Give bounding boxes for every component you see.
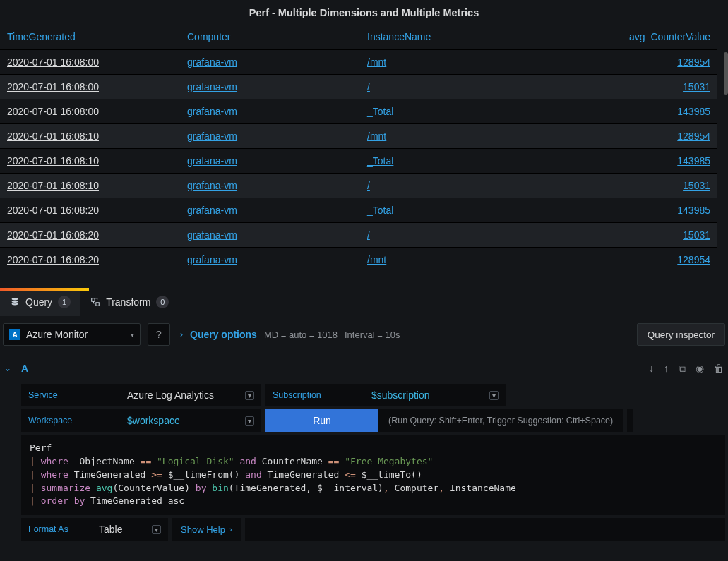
table-row[interactable]: 2020-07-01 16:08:00grafana-vm/mnt128954: [0, 50, 717, 75]
duplicate-button[interactable]: ⧉: [679, 363, 686, 375]
cell-computer[interactable]: grafana-vm: [180, 198, 360, 223]
table-row[interactable]: 2020-07-01 16:08:20grafana-vm_Total14398…: [0, 198, 717, 223]
chevron-down-icon: ▾: [131, 331, 134, 339]
tab-query-label: Query: [25, 296, 52, 308]
cell-time[interactable]: 2020-07-01 16:08:00: [0, 99, 180, 124]
cell-instance[interactable]: /: [360, 75, 538, 99]
workspace-label: Workspace: [21, 409, 120, 432]
panel-title: Perf - Multiple Dimensions and Multiple …: [0, 0, 728, 24]
cell-computer[interactable]: grafana-vm: [180, 223, 360, 248]
kql-editor[interactable]: Perf | where ObjectName == "Logical Disk…: [21, 435, 725, 515]
cell-instance[interactable]: /: [360, 223, 538, 248]
format-as-select[interactable]: Table ▾: [92, 518, 168, 541]
cell-computer[interactable]: grafana-vm: [180, 124, 360, 149]
cell-value[interactable]: 15031: [538, 174, 717, 198]
datasource-row: Azure Monitor ▾ ? › Query options MD = a…: [3, 322, 725, 347]
datasource-help-button[interactable]: ?: [148, 323, 170, 346]
scrollbar[interactable]: [724, 52, 728, 95]
table-row[interactable]: 2020-07-01 16:08:10grafana-vm_Total14398…: [0, 149, 717, 174]
cell-instance[interactable]: _Total: [360, 99, 538, 124]
show-help-toggle[interactable]: Show Help ›: [172, 518, 241, 541]
datasource-picker[interactable]: Azure Monitor ▾: [3, 323, 141, 346]
table-row[interactable]: 2020-07-01 16:08:10grafana-vm/mnt128954: [0, 124, 717, 149]
service-select[interactable]: Azure Log Analytics ▾: [120, 384, 261, 406]
move-up-button[interactable]: ↑: [664, 363, 669, 375]
cell-time[interactable]: 2020-07-01 16:08:10: [0, 174, 180, 198]
transform-icon: [90, 297, 100, 307]
subscription-select[interactable]: $subscription ▾: [364, 384, 506, 406]
query-row-actions: ↓ ↑ ⧉ ◉ 🗑: [649, 363, 724, 375]
chevron-down-icon: ▾: [152, 525, 161, 534]
table-row[interactable]: 2020-07-01 16:08:00grafana-vm_Total14398…: [0, 99, 717, 124]
delete-button[interactable]: 🗑: [714, 363, 724, 375]
cell-instance[interactable]: /: [360, 174, 538, 198]
cell-instance[interactable]: /mnt: [360, 50, 538, 75]
query-inspector-button[interactable]: Query inspector: [637, 323, 725, 346]
md-info: MD = auto = 1018: [264, 330, 338, 340]
cell-time[interactable]: 2020-07-01 16:08:00: [0, 50, 180, 75]
tab-transform-count: 0: [156, 296, 169, 308]
cell-computer[interactable]: grafana-vm: [180, 75, 360, 99]
col-computer[interactable]: Computer: [180, 24, 360, 50]
cell-computer[interactable]: grafana-vm: [180, 99, 360, 124]
cell-value[interactable]: 128954: [538, 248, 717, 272]
cell-computer[interactable]: grafana-vm: [180, 50, 360, 75]
col-instancename[interactable]: InstanceName: [360, 24, 538, 50]
cell-value[interactable]: 128954: [538, 124, 717, 149]
tab-transform-label: Transform: [106, 296, 150, 308]
cell-value[interactable]: 143985: [538, 149, 717, 174]
cell-value[interactable]: 15031: [538, 75, 717, 99]
run-hint: (Run Query: Shift+Enter, Trigger Suggest…: [378, 409, 623, 432]
run-button[interactable]: Run: [265, 409, 378, 432]
panel: Perf - Multiple Dimensions and Multiple …: [0, 0, 728, 288]
cell-time[interactable]: 2020-07-01 16:08:10: [0, 124, 180, 149]
cell-value[interactable]: 15031: [538, 223, 717, 248]
cell-time[interactable]: 2020-07-01 16:08:20: [0, 248, 180, 272]
table-row[interactable]: 2020-07-01 16:08:00grafana-vm/15031: [0, 75, 717, 99]
cell-computer[interactable]: grafana-vm: [180, 248, 360, 272]
cell-instance[interactable]: _Total: [360, 149, 538, 174]
spacer: [245, 518, 725, 541]
tab-transform[interactable]: Transform 0: [80, 288, 179, 316]
chevron-down-icon: ▾: [245, 391, 254, 400]
datasource-name: Azure Monitor: [26, 329, 88, 340]
service-label: Service: [21, 384, 120, 406]
table-wrap: TimeGenerated Computer InstanceName avg_…: [0, 24, 728, 288]
cell-value[interactable]: 128954: [538, 50, 717, 75]
results-table: TimeGenerated Computer InstanceName avg_…: [0, 24, 717, 272]
cell-computer[interactable]: grafana-vm: [180, 149, 360, 174]
cell-instance[interactable]: _Total: [360, 198, 538, 223]
cell-value[interactable]: 143985: [538, 99, 717, 124]
question-icon: ?: [156, 329, 162, 340]
format-as-label: Format As: [21, 518, 92, 541]
cell-time[interactable]: 2020-07-01 16:08:00: [0, 75, 180, 99]
cell-time[interactable]: 2020-07-01 16:08:20: [0, 198, 180, 223]
cell-instance[interactable]: /mnt: [360, 124, 538, 149]
table-row[interactable]: 2020-07-01 16:08:10grafana-vm/15031: [0, 174, 717, 198]
workspace-select[interactable]: $workspace ▾: [120, 409, 261, 432]
cell-computer[interactable]: grafana-vm: [180, 174, 360, 198]
active-tab-indicator: [0, 288, 89, 291]
chevron-right-icon[interactable]: ›: [180, 330, 183, 339]
azure-logo-icon: [9, 329, 20, 340]
cell-time[interactable]: 2020-07-01 16:08:10: [0, 149, 180, 174]
table-row[interactable]: 2020-07-01 16:08:20grafana-vm/mnt128954: [0, 248, 717, 272]
editor-tabs: Query 1 Transform 0: [0, 288, 728, 316]
chevron-down-icon: ▾: [489, 391, 499, 400]
tab-query[interactable]: Query 1: [0, 288, 80, 316]
toggle-visibility-button[interactable]: ◉: [696, 363, 704, 375]
query-form: Service Azure Log Analytics ▾ Subscripti…: [3, 384, 725, 432]
move-down-button[interactable]: ↓: [649, 363, 654, 375]
col-avgcountervalue[interactable]: avg_CounterValue: [538, 24, 717, 50]
cell-value[interactable]: 143985: [538, 198, 717, 223]
cell-time[interactable]: 2020-07-01 16:08:20: [0, 223, 180, 248]
cell-instance[interactable]: /mnt: [360, 248, 538, 272]
query-options-toggle[interactable]: Query options: [190, 329, 257, 340]
database-icon: [10, 297, 20, 307]
subscription-label: Subscription: [265, 384, 364, 406]
table-row[interactable]: 2020-07-01 16:08:20grafana-vm/15031: [0, 223, 717, 248]
chevron-down-icon: ▾: [245, 416, 254, 426]
query-row-header[interactable]: ⌄ A ↓ ↑ ⧉ ◉ 🗑: [3, 360, 725, 377]
col-timegenerated[interactable]: TimeGenerated: [0, 24, 180, 50]
chevron-down-icon: ⌄: [4, 363, 14, 373]
